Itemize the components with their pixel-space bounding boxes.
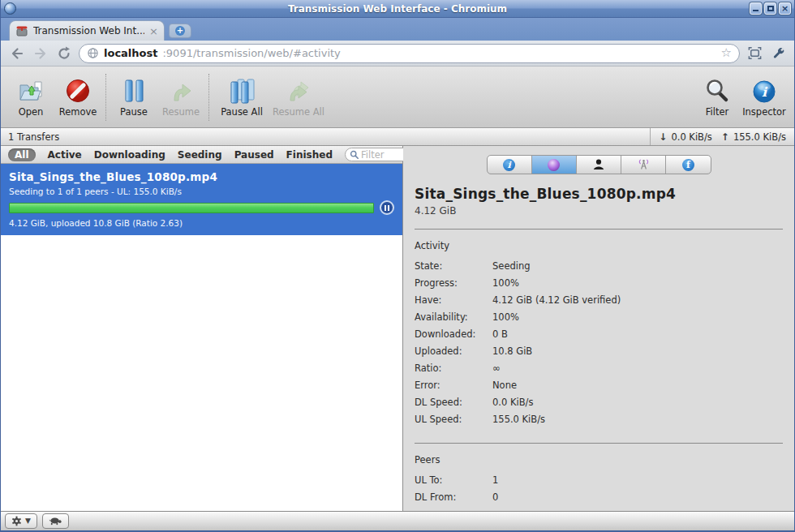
browser-window: Transmission Web Interface - Chromium × … <box>0 0 795 532</box>
filter-tab-active[interactable]: Active <box>48 148 82 161</box>
filter-tab-all[interactable]: All <box>8 148 36 161</box>
window-titlebar: Transmission Web Interface - Chromium × <box>1 0 794 18</box>
detail-row: DL From:0 <box>415 491 783 508</box>
transmission-toolbar: Open Remove <box>1 66 794 128</box>
browser-tab[interactable]: Transmission Web Int... × <box>9 20 165 41</box>
info-icon: i <box>503 159 515 171</box>
url-host: localhost <box>104 47 157 59</box>
inspector-tab-activity[interactable] <box>532 156 577 174</box>
detail-row: Ratio:∞ <box>415 363 783 380</box>
filter-magnifier-icon <box>704 76 730 104</box>
inspector-size: 4.12 GiB <box>415 205 783 217</box>
browser-navbar: localhost:9091/transmission/web/#activit… <box>1 41 794 66</box>
toolbar-separator <box>105 74 106 121</box>
close-button[interactable]: × <box>779 2 791 15</box>
tab-title: Transmission Web Int... <box>33 25 144 36</box>
resume-all-button[interactable]: Resume All <box>270 76 327 118</box>
resume-button[interactable]: Resume <box>157 76 204 118</box>
detail-row: UL Speed:155.0 KiB/s <box>415 414 783 431</box>
filter-tab-seeding[interactable]: Seeding <box>178 148 222 161</box>
files-icon: f <box>682 159 694 171</box>
inspector-tab-info[interactable]: i <box>488 156 532 174</box>
inspector-tab-files[interactable]: f <box>666 156 710 174</box>
filter-button[interactable]: Filter <box>694 76 741 118</box>
inspector-tab-bar: i <box>487 155 711 174</box>
url-path: :9091/transmission/web/#activity <box>162 47 340 59</box>
inspector-title: Sita_Sings_the_Blues_1080p.mp4 <box>415 186 783 202</box>
torrent-details-line: 4.12 GiB, uploaded 10.8 GiB (Ratio 2.63) <box>9 218 394 228</box>
detail-row: Have:4.12 GiB (4.12 GiB verified) <box>415 294 783 311</box>
settings-wrench-button[interactable] <box>769 45 787 62</box>
new-tab-button[interactable]: + <box>169 24 191 38</box>
back-button[interactable] <box>8 45 26 62</box>
pause-all-label: Pause All <box>221 106 263 118</box>
inspector-button[interactable]: i Inspector <box>741 76 788 118</box>
minimize-button[interactable] <box>750 2 762 15</box>
filter-tab-finished[interactable]: Finished <box>286 148 333 161</box>
torrent-pause-button[interactable] <box>380 200 394 215</box>
back-icon <box>9 45 25 62</box>
torrent-row-selected[interactable]: Sita_Sings_the_Blues_1080p.mp4 Seeding t… <box>1 164 402 235</box>
remove-label: Remove <box>59 106 97 118</box>
torrent-status-line: Seeding to 1 of 1 peers - UL: 155.0 KiB/… <box>9 187 394 196</box>
bookmark-star-icon[interactable]: ☆ <box>721 47 732 59</box>
reload-icon <box>56 45 72 62</box>
inspector-panel: i <box>403 146 794 511</box>
pause-icon <box>122 76 145 104</box>
trackers-antenna-icon <box>637 158 651 171</box>
wrench-icon <box>771 45 786 61</box>
maximize-icon <box>767 6 774 11</box>
maximize-button[interactable] <box>764 2 776 15</box>
open-button[interactable]: Open <box>7 76 54 118</box>
detail-row: Progress:100% <box>415 277 783 294</box>
detail-row: Availability:100% <box>415 311 783 328</box>
upload-arrow-icon: ↑ <box>721 131 729 143</box>
detail-row: Uploaded:10.8 GiB <box>415 345 783 363</box>
torrent-progress-bar <box>9 203 374 213</box>
plus-icon: + <box>175 26 185 36</box>
inspector-info-icon: i <box>752 76 776 104</box>
window-title: Transmission Web Interface - Chromium <box>1 3 794 15</box>
peers-person-icon <box>592 158 605 171</box>
inspector-tab-trackers[interactable] <box>621 156 666 174</box>
footer-bar: ▼ <box>1 511 794 530</box>
pause-all-icon <box>228 76 256 104</box>
speed-limit-turtle-button[interactable] <box>42 513 69 529</box>
reload-button[interactable] <box>55 45 73 62</box>
forward-button[interactable] <box>32 45 49 62</box>
detail-row: State:Seeding <box>415 260 783 277</box>
pause-button[interactable]: Pause <box>110 76 157 118</box>
resume-label: Resume <box>162 106 200 118</box>
search-icon <box>350 150 359 159</box>
turtle-icon <box>49 517 62 526</box>
torrent-name: Sita_Sings_the_Blues_1080p.mp4 <box>9 170 394 183</box>
fullscreen-brackets-icon <box>747 45 763 61</box>
inspector-label: Inspector <box>742 106 786 118</box>
gear-icon <box>11 516 22 526</box>
minimize-icon <box>753 10 758 11</box>
url-bar[interactable]: localhost:9091/transmission/web/#activit… <box>79 44 740 63</box>
fullscreen-button[interactable] <box>746 45 763 62</box>
close-icon: × <box>781 4 789 13</box>
filter-tab-paused[interactable]: Paused <box>234 148 274 161</box>
filter-tab-downloading[interactable]: Downloading <box>94 148 165 161</box>
torrent-list-panel: All Active Downloading Seeding Paused Fi… <box>1 146 403 511</box>
chromium-logo-icon <box>4 2 16 15</box>
remove-button[interactable]: Remove <box>54 76 101 118</box>
settings-gear-button[interactable]: ▼ <box>5 513 37 529</box>
transfers-count: 1 Transfers <box>1 128 650 145</box>
filter-label: Filter <box>706 106 728 118</box>
pause-all-button[interactable]: Pause All <box>213 76 270 118</box>
detail-row: Error:None <box>415 380 783 397</box>
tab-close-icon[interactable]: × <box>149 26 158 36</box>
pause-label: Pause <box>120 106 148 118</box>
resume-icon <box>168 76 194 104</box>
filter-bar: All Active Downloading Seeding Paused Fi… <box>1 146 402 164</box>
inspector-tab-peers[interactable] <box>577 156 621 174</box>
torrent-progress-fill <box>9 203 374 213</box>
main-area: All Active Downloading Seeding Paused Fi… <box>1 146 794 511</box>
detail-row: Downloaded:0 B <box>415 328 783 345</box>
torrent-list: Sita_Sings_the_Blues_1080p.mp4 Seeding t… <box>1 164 402 511</box>
forward-icon <box>32 45 49 62</box>
open-folder-icon <box>17 76 45 104</box>
